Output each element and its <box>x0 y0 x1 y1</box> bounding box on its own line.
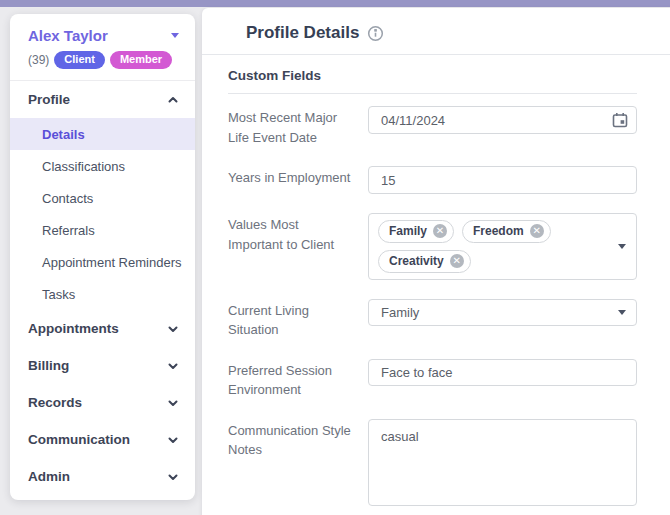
sidebar-item-label: Profile <box>28 92 70 107</box>
chevron-down-icon <box>167 323 179 335</box>
remove-tag-icon[interactable]: ✕ <box>433 224 447 238</box>
sidebar-item-details[interactable]: Details <box>10 118 195 150</box>
field-row-communication-style: Communication Style Notes casual <box>228 419 637 510</box>
sidebar-item-label: Referrals <box>42 223 95 238</box>
years-employment-input[interactable] <box>368 166 637 194</box>
tag-label: Creativity <box>389 253 444 270</box>
field-row-values-important: Values Most Important to Client Family ✕… <box>228 213 637 280</box>
chevron-up-icon <box>167 94 179 106</box>
session-environment-input[interactable] <box>368 359 637 386</box>
field-label: Most Recent Major Life Event Date <box>228 106 368 147</box>
app-window: Alex Taylor (39) Client Member Profile D… <box>0 0 670 515</box>
sidebar-item-label: Tasks <box>42 287 75 302</box>
field-row-years-employment: Years in Employment <box>228 166 637 194</box>
panel-header: Profile Details <box>202 8 670 55</box>
life-event-date-input[interactable] <box>368 106 637 134</box>
sidebar-item-label: Contacts <box>42 191 93 206</box>
chevron-down-icon <box>167 360 179 372</box>
sidebar-item-records[interactable]: Records <box>10 384 195 421</box>
field-label: Years in Employment <box>228 166 368 188</box>
member-badge: Member <box>110 51 172 69</box>
client-badges: (39) Client Member <box>28 51 181 69</box>
selected-option: Family <box>381 305 419 320</box>
sidebar-item-communication[interactable]: Communication <box>10 421 195 458</box>
tag-creativity: Creativity ✕ <box>378 250 471 273</box>
sidebar-item-label: Classifications <box>42 159 125 174</box>
values-multiselect[interactable]: Family ✕ Freedom ✕ Creativity ✕ <box>368 213 637 280</box>
sidebar-item-appointment-reminders[interactable]: Appointment Reminders <box>10 246 195 278</box>
sidebar-item-classifications[interactable]: Classifications <box>10 150 195 182</box>
chevron-down-icon <box>167 397 179 409</box>
client-selector[interactable]: Alex Taylor <box>28 27 181 44</box>
field-label: Preferred Session Environment <box>228 359 368 400</box>
communication-style-textarea[interactable]: casual <box>368 419 637 506</box>
sidebar-item-tasks[interactable]: Tasks <box>10 278 195 310</box>
sidebar-item-label: Billing <box>28 358 69 373</box>
remove-tag-icon[interactable]: ✕ <box>450 254 464 268</box>
tag-label: Freedom <box>473 223 524 240</box>
chevron-down-icon <box>167 471 179 483</box>
remove-tag-icon[interactable]: ✕ <box>530 224 544 238</box>
field-label: Communication Style Notes <box>228 419 368 460</box>
client-badge: Client <box>54 51 105 69</box>
sidebar-item-contacts[interactable]: Contacts <box>10 182 195 214</box>
sidebar-item-label: Appointment Reminders <box>42 255 181 270</box>
sidebar-item-label: Admin <box>28 469 70 484</box>
sidebar-item-admin[interactable]: Admin <box>10 458 195 495</box>
client-age: (39) <box>28 53 49 67</box>
sidebar-item-appointments[interactable]: Appointments <box>10 310 195 347</box>
client-header: Alex Taylor (39) Client Member <box>10 14 195 80</box>
living-situation-select[interactable]: Family <box>368 299 637 326</box>
sidebar-item-profile[interactable]: Profile <box>10 81 195 118</box>
profile-details-panel: Profile Details Custom Fields Most Recen… <box>202 8 670 515</box>
tag-family: Family ✕ <box>378 220 454 243</box>
dropdown-caret-icon[interactable] <box>618 310 626 315</box>
sidebar-item-label: Details <box>42 127 85 142</box>
page-title: Profile Details <box>246 23 359 43</box>
field-row-living-situation: Current Living Situation Family <box>228 299 637 340</box>
tag-freedom: Freedom ✕ <box>462 220 551 243</box>
info-icon[interactable] <box>367 25 384 42</box>
field-row-life-event-date: Most Recent Major Life Event Date <box>228 106 637 147</box>
field-label: Values Most Important to Client <box>228 213 368 254</box>
calendar-icon[interactable] <box>612 112 628 128</box>
sidebar-item-label: Appointments <box>28 321 119 336</box>
sidebar-nav: Profile Details Classifications Contacts… <box>10 81 195 495</box>
dropdown-caret-icon[interactable] <box>618 244 626 249</box>
client-switch-caret-icon[interactable] <box>171 33 179 38</box>
section-heading: Custom Fields <box>228 68 637 94</box>
custom-fields-form: Most Recent Major Life Event Date Years … <box>228 106 637 510</box>
sidebar-item-label: Records <box>28 395 82 410</box>
tag-label: Family <box>389 223 427 240</box>
top-accent-strip <box>0 0 670 7</box>
field-row-session-environment: Preferred Session Environment <box>228 359 637 400</box>
sidebar-item-referrals[interactable]: Referrals <box>10 214 195 246</box>
client-name: Alex Taylor <box>28 27 108 44</box>
sidebar-item-label: Communication <box>28 432 130 447</box>
field-label: Current Living Situation <box>228 299 368 340</box>
chevron-down-icon <box>167 434 179 446</box>
custom-fields-section: Custom Fields Most Recent Major Life Eve… <box>202 55 670 515</box>
sidebar-item-billing[interactable]: Billing <box>10 347 195 384</box>
client-sidebar: Alex Taylor (39) Client Member Profile D… <box>10 14 195 500</box>
